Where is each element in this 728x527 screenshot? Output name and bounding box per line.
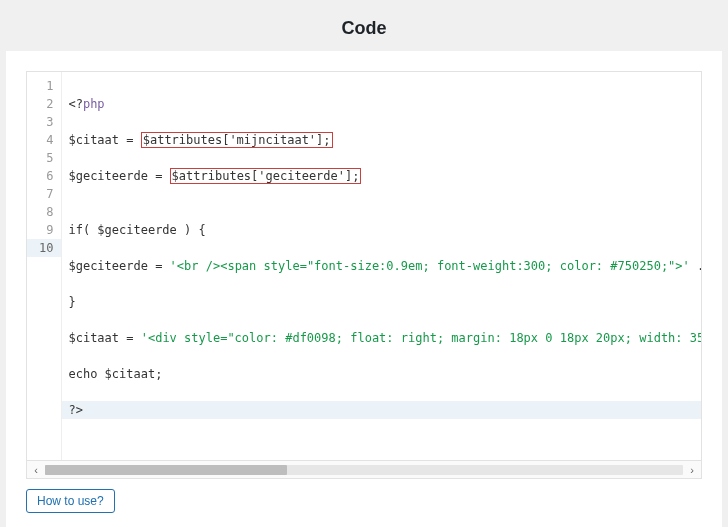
section-title: Code bbox=[6, 0, 722, 51]
code-text: } bbox=[68, 295, 75, 309]
code-text: = bbox=[126, 331, 140, 345]
code-text: = bbox=[155, 169, 169, 183]
line-number: 3 bbox=[39, 113, 53, 131]
line-number: 2 bbox=[39, 95, 53, 113]
line-number: 5 bbox=[39, 149, 53, 167]
code-text: '<div style="color: #df0098; float: righ… bbox=[141, 331, 701, 345]
code-text: $geciteerde bbox=[68, 169, 155, 183]
code-text: ?> bbox=[68, 403, 82, 417]
code-text: = bbox=[155, 259, 169, 273]
scrollbar-thumb[interactable] bbox=[45, 465, 287, 475]
scrollbar-track[interactable] bbox=[45, 465, 683, 475]
code-gutter: 1 2 3 4 5 6 7 8 9 10 bbox=[27, 72, 62, 460]
line-number: 1 bbox=[39, 77, 53, 95]
highlighted-attribute: $attributes['geciteerde']; bbox=[170, 168, 362, 184]
code-text: php bbox=[83, 97, 105, 111]
code-content[interactable]: <?php $citaat = $attributes['mijncitaat'… bbox=[62, 72, 701, 460]
code-text: echo $citaat; bbox=[68, 367, 162, 381]
line-number: 7 bbox=[39, 185, 53, 203]
code-text: $citaat bbox=[68, 133, 126, 147]
line-number: 6 bbox=[39, 167, 53, 185]
line-number: 4 bbox=[39, 131, 53, 149]
code-text: $citaat bbox=[68, 331, 126, 345]
code-text: = bbox=[126, 133, 140, 147]
highlighted-attribute: $attributes['mijncitaat']; bbox=[141, 132, 333, 148]
code-text: if( $geciteerde ) { bbox=[68, 223, 205, 237]
how-to-use-button[interactable]: How to use? bbox=[26, 489, 115, 513]
line-number: 8 bbox=[39, 203, 53, 221]
scroll-left-icon[interactable]: ‹ bbox=[27, 464, 45, 476]
code-text: $geciteerde bbox=[68, 259, 155, 273]
code-panel: 1 2 3 4 5 6 7 8 9 10 <?php $citaat = $at… bbox=[6, 51, 722, 527]
code-text: . $geciteerde . bbox=[690, 259, 701, 273]
code-text: <? bbox=[68, 97, 82, 111]
scroll-right-icon[interactable]: › bbox=[683, 464, 701, 476]
horizontal-scrollbar[interactable]: ‹ › bbox=[27, 460, 701, 478]
code-editor[interactable]: 1 2 3 4 5 6 7 8 9 10 <?php $citaat = $at… bbox=[26, 71, 702, 479]
code-text: '<br /><span style="font-size:0.9em; fon… bbox=[170, 259, 690, 273]
line-number: 10 bbox=[27, 239, 61, 257]
line-number: 9 bbox=[39, 221, 53, 239]
